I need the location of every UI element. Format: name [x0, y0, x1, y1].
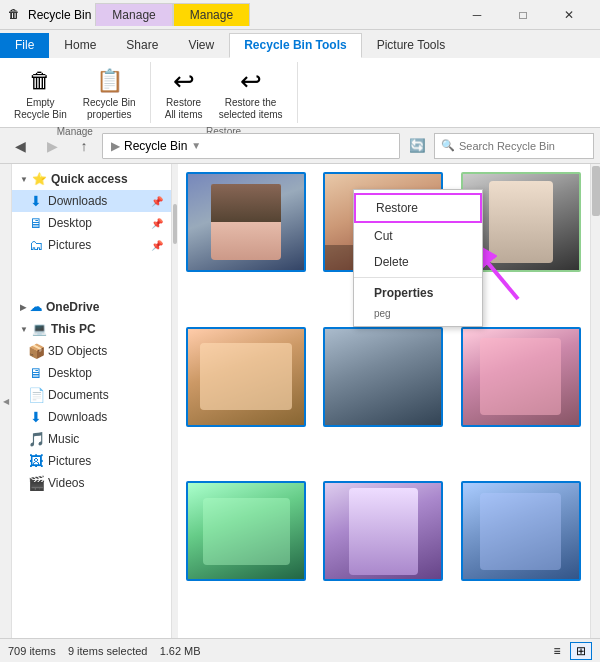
context-menu-restore[interactable]: Restore	[354, 193, 482, 223]
title-bar-tabs: Manage Manage	[95, 3, 250, 26]
pictures-pc-icon: 🖼	[28, 453, 44, 469]
sidebar-header-onedrive[interactable]: ▶ ☁ OneDrive	[12, 296, 171, 318]
ribbon-group-manage: 🗑 EmptyRecycle Bin 📋 Recycle Binproperti…	[0, 62, 151, 123]
title-bar: 🗑 Recycle Bin Manage Manage ─ □ ✕	[0, 0, 600, 30]
thumb-t5[interactable]	[323, 327, 443, 427]
recycle-bin-properties-button[interactable]: 📋 Recycle Binproperties	[77, 62, 142, 124]
refresh-button[interactable]: 🔄	[404, 133, 430, 159]
3dobjects-icon: 📦	[28, 343, 44, 359]
restore-selected-button[interactable]: ↩ Restore theselected items	[213, 62, 289, 124]
documents-label: Documents	[48, 388, 163, 402]
music-icon: 🎵	[28, 431, 44, 447]
title-bar-left: 🗑 Recycle Bin Manage Manage	[8, 3, 250, 26]
breadcrumb-label: Recycle Bin	[124, 139, 187, 153]
desktop-qa-label: Desktop	[48, 216, 147, 230]
status-bar: 709 items 9 items selected 1.62 MB ≡ ⊞	[0, 638, 600, 662]
restore-selected-label: Restore theselected items	[219, 97, 283, 121]
sidebar-item-documents[interactable]: 📄 Documents	[12, 384, 171, 406]
desktop-pc-icon: 🖥	[28, 365, 44, 381]
maximize-button[interactable]: □	[500, 0, 546, 30]
content-scrollbar-thumb[interactable]	[592, 166, 600, 216]
tab-home[interactable]: Home	[49, 33, 111, 58]
status-view-controls: ≡ ⊞	[546, 642, 592, 660]
sidebar-item-downloads-pc[interactable]: ⬇ Downloads	[12, 406, 171, 428]
tab-view[interactable]: View	[173, 33, 229, 58]
status-size: 1.62 MB	[160, 645, 201, 657]
forward-button[interactable]: ▶	[38, 132, 66, 160]
tab-manage2[interactable]: Manage	[173, 3, 250, 26]
title-bar-title: Recycle Bin	[28, 8, 91, 22]
sidebar-collapse[interactable]: ◀	[0, 164, 12, 638]
ribbon-group-restore: ↩ RestoreAll items ↩ Restore theselected…	[151, 62, 298, 123]
3dobjects-label: 3D Objects	[48, 344, 163, 358]
onedrive-label: OneDrive	[46, 300, 99, 314]
downloads-pc-label: Downloads	[48, 410, 163, 424]
up-button[interactable]: ↑	[70, 132, 98, 160]
sidebar-scrollbar-thumb[interactable]	[173, 204, 177, 244]
thumb-t4[interactable]	[186, 327, 306, 427]
videos-label: Videos	[48, 476, 163, 490]
thumb-t7[interactable]	[186, 481, 306, 581]
status-item-count: 709 items 9 items selected 1.62 MB	[8, 645, 201, 657]
sidebar-header-quick-access[interactable]: ▼ ⭐ Quick access	[12, 168, 171, 190]
back-button[interactable]: ◀	[6, 132, 34, 160]
context-menu: Restore Cut Delete Properties peg	[353, 189, 483, 327]
search-input[interactable]	[459, 140, 587, 152]
address-path[interactable]: ▶ Recycle Bin ▼	[102, 133, 400, 159]
sidebar-item-desktop-qa[interactable]: 🖥 Desktop 📌	[12, 212, 171, 234]
sidebar-item-downloads-qa[interactable]: ⬇ Downloads 📌	[12, 190, 171, 212]
context-menu-properties[interactable]: Properties	[354, 280, 482, 306]
content-scrollbar[interactable]	[590, 164, 600, 638]
search-icon: 🔍	[441, 139, 455, 152]
tab-manage1[interactable]: Manage	[95, 3, 172, 26]
tab-picture-tools[interactable]: Picture Tools	[362, 33, 460, 58]
downloads-qa-label: Downloads	[48, 194, 147, 208]
context-menu-delete[interactable]: Delete	[354, 249, 482, 275]
close-button[interactable]: ✕	[546, 0, 592, 30]
address-bar: ◀ ▶ ↑ ▶ Recycle Bin ▼ 🔄 🔍	[0, 128, 600, 164]
ribbon-manage-items: 🗑 EmptyRecycle Bin 📋 Recycle Binproperti…	[8, 62, 142, 124]
thumb-t6[interactable]	[461, 327, 581, 427]
tab-file[interactable]: File	[0, 33, 49, 58]
context-menu-cut[interactable]: Cut	[354, 223, 482, 249]
breadcrumb-dropdown[interactable]: ▼	[191, 140, 201, 151]
recycle-bin-properties-icon: 📋	[93, 65, 125, 97]
sidebar-item-music[interactable]: 🎵 Music	[12, 428, 171, 450]
context-menu-divider	[354, 277, 482, 278]
recycle-bin-icon: 🗑	[8, 7, 24, 23]
thumb-t8[interactable]	[323, 481, 443, 581]
onedrive-icon: ☁	[30, 300, 42, 314]
sidebar-item-videos[interactable]: 🎬 Videos	[12, 472, 171, 494]
sidebar-item-desktop-pc[interactable]: 🖥 Desktop	[12, 362, 171, 384]
this-pc-label: This PC	[51, 322, 96, 336]
documents-icon: 📄	[28, 387, 44, 403]
sidebar-item-3dobjects[interactable]: 📦 3D Objects	[12, 340, 171, 362]
restore-selected-icon: ↩	[235, 65, 267, 97]
downloads-pc-icon: ⬇	[28, 409, 44, 425]
tab-share[interactable]: Share	[111, 33, 173, 58]
list-view-button[interactable]: ≡	[546, 642, 568, 660]
grid-view-button[interactable]: ⊞	[570, 642, 592, 660]
sidebar-item-pictures-qa[interactable]: 🗂 Pictures 📌	[12, 234, 171, 256]
sidebar-header-this-pc[interactable]: ▼ 💻 This PC	[12, 318, 171, 340]
thumb-t1[interactable]	[186, 172, 306, 272]
empty-recycle-bin-button[interactable]: 🗑 EmptyRecycle Bin	[8, 62, 73, 124]
main-area: ◀ ▼ ⭐ Quick access ⬇ Downloads 📌 🖥 Deskt…	[0, 164, 600, 638]
desktop-pc-label: Desktop	[48, 366, 163, 380]
status-selected: 9 items selected	[68, 645, 147, 657]
ribbon-restore-items: ↩ RestoreAll items ↩ Restore theselected…	[159, 62, 289, 124]
videos-icon: 🎬	[28, 475, 44, 491]
restore-all-icon: ↩	[168, 65, 200, 97]
search-box: 🔍	[434, 133, 594, 159]
context-menu-file-label: peg	[354, 306, 482, 323]
onedrive-expand-icon: ▶	[20, 303, 26, 312]
thumb-t9[interactable]	[461, 481, 581, 581]
restore-all-button[interactable]: ↩ RestoreAll items	[159, 62, 209, 124]
empty-recycle-bin-label: EmptyRecycle Bin	[14, 97, 67, 121]
minimize-button[interactable]: ─	[454, 0, 500, 30]
tab-recycle-bin-tools[interactable]: Recycle Bin Tools	[229, 33, 361, 58]
desktop-qa-pin: 📌	[151, 218, 163, 229]
quick-access-icon: ⭐	[32, 172, 47, 186]
this-pc-icon: 💻	[32, 322, 47, 336]
sidebar-item-pictures-pc[interactable]: 🖼 Pictures	[12, 450, 171, 472]
